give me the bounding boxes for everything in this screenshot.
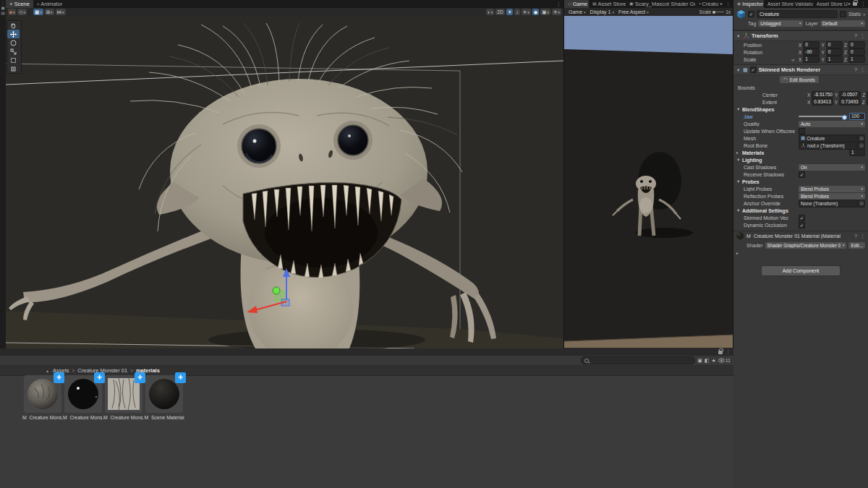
- receive-shadows-checkbox[interactable]: ✓: [799, 171, 805, 178]
- import-plus-badge[interactable]: +: [54, 372, 64, 383]
- static-checkbox[interactable]: [840, 11, 846, 17]
- dock-icon-top[interactable]: ▣: [0, 5, 6, 10]
- mesh-object-field[interactable]: ▦ Creature ◎: [799, 134, 865, 142]
- save-search-button[interactable]: ★: [711, 358, 715, 364]
- import-plus-badge[interactable]: +: [94, 372, 105, 383]
- rect-tool-button[interactable]: [7, 56, 20, 64]
- tab-creature[interactable]: ▪ Creatu: [695, 0, 720, 8]
- scale-z-field[interactable]: 1: [848, 56, 865, 63]
- asset-material-2[interactable]: +: [64, 375, 102, 413]
- snap-increment-button[interactable]: ⋈▾: [56, 9, 66, 15]
- jaw-slider[interactable]: [799, 114, 847, 120]
- gameobject-name-field[interactable]: Creature: [757, 10, 838, 18]
- tab-asset-store-u[interactable]: Asset Store U: [813, 0, 848, 8]
- overflow-menu-icon[interactable]: ⋮: [0, 0, 6, 5]
- tab-inspector[interactable]: ◉ Inspector: [733, 0, 764, 8]
- smr-enabled-checkbox[interactable]: ✓: [750, 67, 757, 73]
- rotation-z-field[interactable]: 0: [848, 48, 865, 56]
- audio-toggle-button[interactable]: ♪: [514, 9, 519, 15]
- help-icon[interactable]: ?: [854, 67, 857, 73]
- transform-tool-button[interactable]: [7, 64, 20, 73]
- materials-size-field[interactable]: 1: [849, 149, 865, 156]
- dock-icon-bottom[interactable]: ▤: [0, 10, 6, 15]
- scale-tool-button[interactable]: [7, 47, 20, 56]
- scene-window-menu-icon[interactable]: ⋮: [554, 0, 563, 8]
- component-menu-icon[interactable]: ⋮: [860, 33, 865, 39]
- tab-asset-store-validator[interactable]: Asset Store Validator: [764, 0, 813, 8]
- center-y-field[interactable]: -0.0507: [839, 91, 861, 98]
- asset-material-4[interactable]: +: [145, 375, 183, 413]
- grid-visibility-button[interactable]: ▦▾: [33, 9, 43, 15]
- component-menu-icon[interactable]: ⋮: [860, 234, 865, 239]
- dynamic-occlusion-checkbox[interactable]: ✓: [799, 222, 805, 228]
- hand-tool-button[interactable]: [7, 21, 20, 30]
- search-by-type-button[interactable]: ▣: [697, 358, 702, 364]
- jaw-value-field[interactable]: 100: [849, 113, 865, 120]
- rotation-y-field[interactable]: 0: [826, 48, 843, 56]
- tag-dropdown[interactable]: Untagged▾: [758, 20, 803, 27]
- display-dropdown[interactable]: Display 1▾: [588, 9, 616, 14]
- add-component-button[interactable]: Add Component: [761, 265, 841, 276]
- foldout-icon[interactable]: ▼: [736, 68, 741, 72]
- cast-shadows-dropdown[interactable]: On▾: [799, 164, 865, 171]
- scale-y-field[interactable]: 1: [826, 56, 843, 63]
- position-x-field[interactable]: 0: [803, 41, 820, 48]
- asset-label[interactable]: M_Creature Mons...: [22, 415, 63, 420]
- project-search-input[interactable]: [581, 356, 695, 364]
- project-menu-icon[interactable]: ⋮: [726, 349, 731, 355]
- collapse-icon[interactable]: ▴: [46, 368, 48, 373]
- material-header[interactable]: M_Creature Monster 01 Material (Material…: [733, 231, 868, 241]
- materials-foldout[interactable]: ▸ Materials 1: [733, 149, 868, 156]
- anchor-override-field[interactable]: None (Transform) ◎: [799, 200, 865, 207]
- light-probes-dropdown[interactable]: Blend Probes▾: [799, 186, 865, 192]
- scene-viewport[interactable]: [6, 16, 563, 348]
- game-viewport[interactable]: [564, 16, 733, 348]
- scene-visibility-button[interactable]: ◉: [532, 9, 540, 15]
- lighting-foldout[interactable]: ▼ Lighting: [733, 156, 868, 163]
- additional-settings-foldout[interactable]: ▼ Additional Settings: [733, 207, 868, 214]
- active-checkbox[interactable]: ✓: [748, 11, 754, 17]
- scale-link-icon[interactable]: ∞: [791, 57, 799, 62]
- probes-foldout[interactable]: ▼ Probes: [733, 178, 868, 185]
- position-z-field[interactable]: 0: [848, 41, 865, 48]
- move-tool-button[interactable]: [7, 30, 20, 38]
- rotation-x-field[interactable]: -90: [803, 48, 820, 56]
- help-icon[interactable]: ?: [854, 234, 857, 239]
- center-x-field[interactable]: -8.51750: [812, 91, 833, 98]
- lighting-toggle-button[interactable]: ☀: [506, 9, 514, 15]
- tab-animator[interactable]: » Animator: [33, 0, 66, 8]
- component-menu-icon[interactable]: ⋮: [860, 67, 865, 73]
- inspector-menu-icon[interactable]: ⋮: [859, 0, 868, 8]
- shader-edit-button[interactable]: Edit...: [848, 242, 865, 249]
- help-icon[interactable]: ?: [854, 33, 857, 39]
- edit-bounds-button[interactable]: ◠ Edit Bounds: [780, 76, 819, 83]
- foldout-icon[interactable]: ▼: [736, 34, 741, 38]
- scale-x-field[interactable]: 1: [803, 56, 820, 63]
- tab-asset-store[interactable]: ▤ Asset Store: [589, 0, 626, 8]
- extent-x-field[interactable]: 0.83413: [812, 98, 833, 106]
- shader-dropdown[interactable]: Shader Graphs/Creature Monster 0▾: [765, 242, 847, 249]
- pivot-mode-button[interactable]: ■▾: [8, 9, 16, 15]
- rotation-mode-button[interactable]: ◇▾: [17, 9, 27, 15]
- skinned-motion-checkbox[interactable]: ✓: [799, 215, 805, 221]
- object-picker-icon[interactable]: ◎: [857, 135, 864, 141]
- extent-y-field[interactable]: 0.73493: [839, 98, 861, 106]
- import-plus-badge[interactable]: +: [135, 372, 145, 383]
- reflection-probes-dropdown[interactable]: Blend Probes▾: [799, 193, 865, 200]
- blendshapes-foldout[interactable]: ▼ BlendShapes: [733, 106, 868, 113]
- game-window-menu-icon[interactable]: ⋮: [723, 0, 733, 8]
- object-picker-icon[interactable]: ◎: [857, 200, 864, 206]
- smr-header[interactable]: ▼ ▦ ✓ Skinned Mesh Renderer ?⋮: [733, 65, 868, 75]
- asset-material-3[interactable]: +: [105, 375, 142, 413]
- aspect-dropdown[interactable]: Free Aspect▾: [616, 9, 651, 14]
- asset-label[interactable]: M_Creature Mons...: [63, 415, 103, 420]
- search-by-label-button[interactable]: ◧: [705, 358, 710, 364]
- update-offscreen-checkbox[interactable]: [799, 128, 805, 134]
- asset-label[interactable]: M_Scene Material: [144, 415, 184, 420]
- camera-settings-button[interactable]: ▣▾: [540, 9, 550, 15]
- object-picker-icon[interactable]: ◎: [857, 142, 864, 148]
- tab-scene[interactable]: ◈ Scene: [6, 0, 33, 8]
- draw-mode-button[interactable]: ◐▾: [486, 9, 494, 15]
- effects-button[interactable]: ✶▾: [522, 9, 531, 15]
- project-lock-icon[interactable]: [718, 350, 723, 355]
